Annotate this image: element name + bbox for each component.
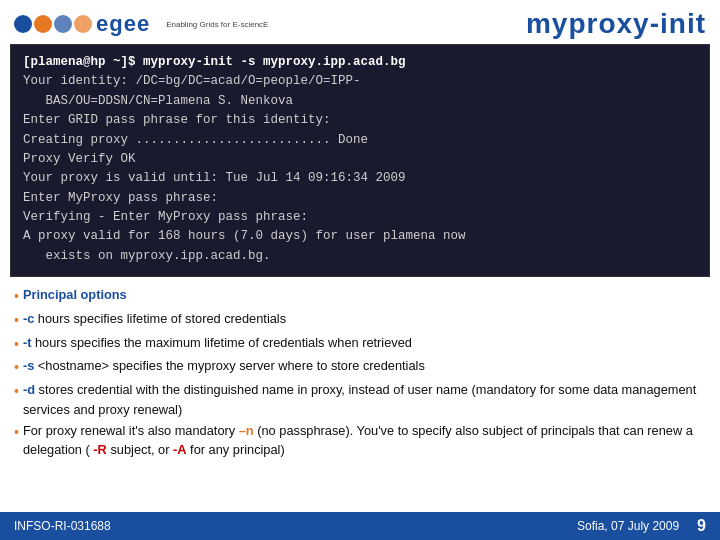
logo-circles <box>14 15 92 33</box>
footer: INFSO-RI-031688 Sofia, 07 July 2009 9 <box>0 512 720 540</box>
circle-blue2 <box>54 15 72 33</box>
opt-A: -A <box>173 442 187 457</box>
footer-right: Sofia, 07 July 2009 9 <box>577 517 706 535</box>
terminal-block: [plamena@hp ~]$ myproxy-init -s myproxy.… <box>10 44 710 277</box>
terminal-line-8: Enter MyProxy pass phrase: <box>23 189 697 208</box>
renewal-text-3: subject, or <box>110 442 173 457</box>
logo-sub: Enabling Grids for E-sciencE <box>166 20 268 29</box>
bullet-text-t: -t hours specifies the maximum lifetime … <box>23 333 412 353</box>
terminal-line-7: Your proxy is valid until: Tue Jul 14 09… <box>23 169 697 188</box>
bullet-item-c: • -c hours specifies lifetime of stored … <box>14 309 706 332</box>
opt-d: -d <box>23 382 35 397</box>
bullet-item-t: • -t hours specifies the maximum lifetim… <box>14 333 706 356</box>
bullet-header: • Principal options <box>14 285 706 308</box>
opt-d-text: stores credential with the distinguished… <box>23 382 696 417</box>
header: egee Enabling Grids for E-sciencE myprox… <box>0 0 720 44</box>
opt-c-text: hours specifies lifetime of stored crede… <box>38 311 286 326</box>
renewal-text-4: for any principal) <box>190 442 285 457</box>
terminal-line-5: Creating proxy .........................… <box>23 131 697 150</box>
footer-location: Sofia, 07 July 2009 <box>577 519 679 533</box>
terminal-line-4: Enter GRID pass phrase for this identity… <box>23 111 697 130</box>
renewal-text-1: For proxy renewal it's also mandatory <box>23 423 239 438</box>
bullet-dot-d: • <box>14 381 19 403</box>
opt-s-text: <hostname> specifies the myproxy server … <box>38 358 425 373</box>
circle-orange2 <box>74 15 92 33</box>
bullet-text-s: -s <hostname> specifies the myproxy serv… <box>23 356 425 376</box>
opt-s: -s <box>23 358 34 373</box>
bullet-text-d: -d stores credential with the distinguis… <box>23 380 706 420</box>
opt-R: -R <box>93 442 107 457</box>
bullet-dot-renewal: • <box>14 422 19 444</box>
bullet-item-renewal: • For proxy renewal it's also mandatory … <box>14 421 706 461</box>
bullet-dot-s: • <box>14 357 19 379</box>
terminal-line-3: BAS/OU=DDSN/CN=Plamena S. Nenkova <box>23 92 697 111</box>
terminal-line-6: Proxy Verify OK <box>23 150 697 169</box>
opt-t-text: hours specifies the maximum lifetime of … <box>35 335 412 350</box>
egee-logo: egee <box>14 11 150 37</box>
circle-orange <box>34 15 52 33</box>
terminal-line-2: Your identity: /DC=bg/DC=acad/O=people/O… <box>23 72 697 91</box>
logo-area: egee Enabling Grids for E-sciencE <box>14 11 268 37</box>
terminal-line-10: A proxy valid for 168 hours (7.0 days) f… <box>23 227 697 246</box>
principal-options-label: Principal options <box>23 285 127 305</box>
opt-c: -c <box>23 311 34 326</box>
terminal-line-1: [plamena@hp ~]$ myproxy-init -s myproxy.… <box>23 53 697 72</box>
opt-t: -t <box>23 335 32 350</box>
terminal-line-11: exists on myproxy.ipp.acad.bg. <box>23 247 697 266</box>
bullet-dot-c: • <box>14 310 19 332</box>
page-title: myproxy-init <box>526 8 706 40</box>
circle-blue <box>14 15 32 33</box>
bullet-text-c: -c hours specifies lifetime of stored cr… <box>23 309 286 329</box>
bullet-dot-t: • <box>14 334 19 356</box>
bullet-item-s: • -s <hostname> specifies the myproxy se… <box>14 356 706 379</box>
opt-n: –n <box>239 423 254 438</box>
terminal-line-9: Verifying - Enter MyProxy pass phrase: <box>23 208 697 227</box>
bullet-item-d: • -d stores credential with the distingu… <box>14 380 706 420</box>
footer-project-id: INFSO-RI-031688 <box>14 519 111 533</box>
bullet-dot-header: • <box>14 286 19 308</box>
bullet-text-renewal: For proxy renewal it's also mandatory –n… <box>23 421 706 461</box>
bullets-section: • Principal options • -c hours specifies… <box>0 277 720 465</box>
terminal-command: [plamena@hp ~]$ myproxy-init -s myproxy.… <box>23 55 406 69</box>
footer-page-number: 9 <box>697 517 706 535</box>
logo-text: egee <box>96 11 150 37</box>
